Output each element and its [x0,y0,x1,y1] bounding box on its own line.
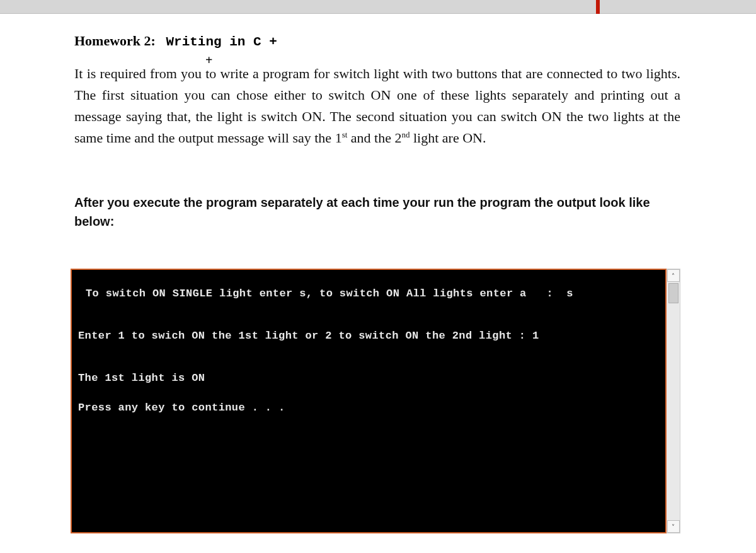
scroll-thumb[interactable] [668,283,679,303]
chevron-up-icon: ˄ [672,272,675,279]
console-line-3: The 1st light is ON [78,372,656,384]
console-scrollbar[interactable]: ˄ ˅ [667,269,680,533]
scroll-down-button[interactable]: ˅ [667,520,680,533]
chevron-down-icon: ˅ [672,523,675,530]
red-indicator [596,0,600,14]
homework-title: Homework 2: Writing in C + [74,33,680,49]
title-prefix: Homework 2: [74,33,156,49]
console-container: To switch ON SINGLE light enter s, to sw… [71,269,680,533]
title-language: Writing in C + [166,35,277,49]
console-line-4: Press any key to continue . . . [78,402,656,414]
console-output: To switch ON SINGLE light enter s, to sw… [71,269,667,533]
extra-plus-symbol: + [205,57,680,63]
console-line-2: Enter 1 to swich ON the 1st light or 2 t… [78,330,656,342]
console-line-1: To switch ON SINGLE light enter s, to sw… [86,288,656,300]
scroll-up-button[interactable]: ˄ [667,269,680,282]
document-page: Homework 2: Writing in C + + It is requi… [0,14,756,533]
output-instruction: After you execute the program separately… [74,193,680,231]
top-gray-bar [0,0,756,14]
assignment-description: It is required from you to write a progr… [74,63,680,149]
